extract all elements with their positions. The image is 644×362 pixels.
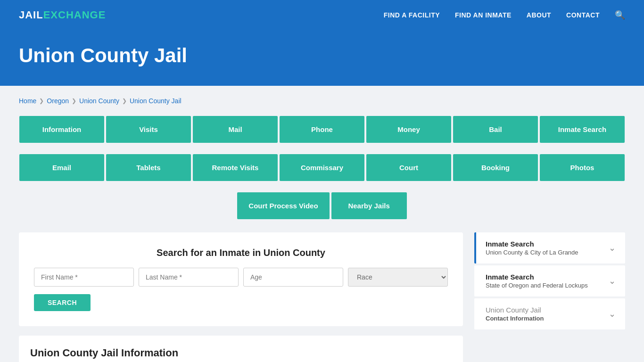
logo[interactable]: JAIL EXCHANGE: [19, 9, 106, 21]
first-name-input[interactable]: [34, 268, 134, 287]
breadcrumb-union-county[interactable]: Union County: [79, 97, 119, 105]
sidebar-card-2[interactable]: Union County Jail Contact Information ⌄: [474, 298, 625, 329]
sidebar-card-0-sub: Union County & City of La Grande: [486, 249, 578, 256]
left-column: Search for an Inmate in Union County Rac…: [19, 232, 463, 362]
sidebar-card-1-sub: State of Oregon and Federal Lockups: [486, 282, 588, 289]
btn-court-process-video[interactable]: Court Process Video: [237, 192, 329, 219]
age-input[interactable]: [243, 268, 343, 287]
sidebar-card-1-title: Inmate Search: [486, 273, 588, 281]
sidebar: Inmate Search Union County & City of La …: [474, 232, 625, 329]
btn-bail[interactable]: Bail: [453, 116, 538, 143]
btn-phone[interactable]: Phone: [280, 116, 364, 143]
btn-commissary[interactable]: Commissary: [280, 154, 364, 181]
btn-information[interactable]: Information: [19, 116, 104, 143]
race-select[interactable]: Race White Black Hispanic Asian Other: [348, 268, 448, 287]
search-title: Search for an Inmate in Union County: [34, 247, 448, 258]
info-title: Union County Jail Information: [30, 347, 452, 359]
breadcrumb-sep-1: ❯: [39, 98, 44, 104]
btn-visits[interactable]: Visits: [106, 116, 191, 143]
breadcrumb-sep-2: ❯: [72, 98, 76, 104]
button-grid-row2: Email Tablets Remote Visits Commissary C…: [19, 154, 625, 181]
sidebar-card-2-sub: Contact Information: [486, 315, 544, 322]
btn-booking[interactable]: Booking: [453, 154, 538, 181]
btn-nearby-jails[interactable]: Nearby Jails: [331, 192, 407, 219]
button-grid-row3: Court Process Video Nearby Jails: [19, 192, 625, 219]
button-grid-row1: Information Visits Mail Phone Money Bail…: [19, 116, 625, 143]
btn-mail[interactable]: Mail: [193, 116, 278, 143]
chevron-icon-2: ⌄: [609, 309, 616, 319]
breadcrumb-oregon[interactable]: Oregon: [47, 97, 69, 105]
logo-jail: JAIL: [19, 9, 43, 21]
breadcrumb: Home ❯ Oregon ❯ Union County ❯ Union Cou…: [19, 97, 625, 105]
last-name-input[interactable]: [139, 268, 239, 287]
btn-court[interactable]: Court: [366, 154, 451, 181]
sidebar-card-1[interactable]: Inmate Search State of Oregon and Federa…: [474, 265, 625, 296]
logo-exchange: EXCHANGE: [43, 9, 106, 21]
btn-photos[interactable]: Photos: [540, 154, 625, 181]
search-button[interactable]: SEARCH: [34, 294, 91, 311]
sidebar-card-0[interactable]: Inmate Search Union County & City of La …: [474, 232, 625, 263]
page-title: Union County Jail: [19, 44, 625, 67]
nav-about[interactable]: ABOUT: [527, 11, 551, 19]
info-section: Union County Jail Information: [19, 336, 463, 362]
header: JAIL EXCHANGE FIND A FACILITY FIND AN IN…: [0, 0, 644, 30]
content-wrapper: Home ❯ Oregon ❯ Union County ❯ Union Cou…: [0, 86, 644, 362]
main-nav: FIND A FACILITY FIND AN INMATE ABOUT CON…: [384, 10, 625, 20]
hero-section: Union County Jail: [0, 30, 644, 86]
breadcrumb-current: Union County Jail: [130, 97, 182, 105]
search-section: Search for an Inmate in Union County Rac…: [19, 232, 463, 326]
nav-find-facility[interactable]: FIND A FACILITY: [384, 11, 440, 19]
search-icon[interactable]: 🔍: [615, 10, 625, 20]
btn-money[interactable]: Money: [366, 116, 451, 143]
breadcrumb-sep-3: ❯: [122, 98, 127, 104]
breadcrumb-home[interactable]: Home: [19, 97, 36, 105]
btn-remote-visits[interactable]: Remote Visits: [193, 154, 278, 181]
chevron-icon-1: ⌄: [609, 276, 616, 286]
nav-find-inmate[interactable]: FIND AN INMATE: [455, 11, 512, 19]
btn-tablets[interactable]: Tablets: [106, 154, 191, 181]
btn-inmate-search[interactable]: Inmate Search: [540, 116, 625, 143]
chevron-icon-0: ⌄: [609, 243, 616, 253]
main-split: Search for an Inmate in Union County Rac…: [19, 232, 625, 362]
sidebar-card-0-title: Inmate Search: [486, 240, 578, 248]
sidebar-card-2-title: Union County Jail: [486, 306, 544, 314]
search-form: Race White Black Hispanic Asian Other: [34, 268, 448, 287]
nav-contact[interactable]: CONTACT: [566, 11, 600, 19]
btn-email[interactable]: Email: [19, 154, 104, 181]
